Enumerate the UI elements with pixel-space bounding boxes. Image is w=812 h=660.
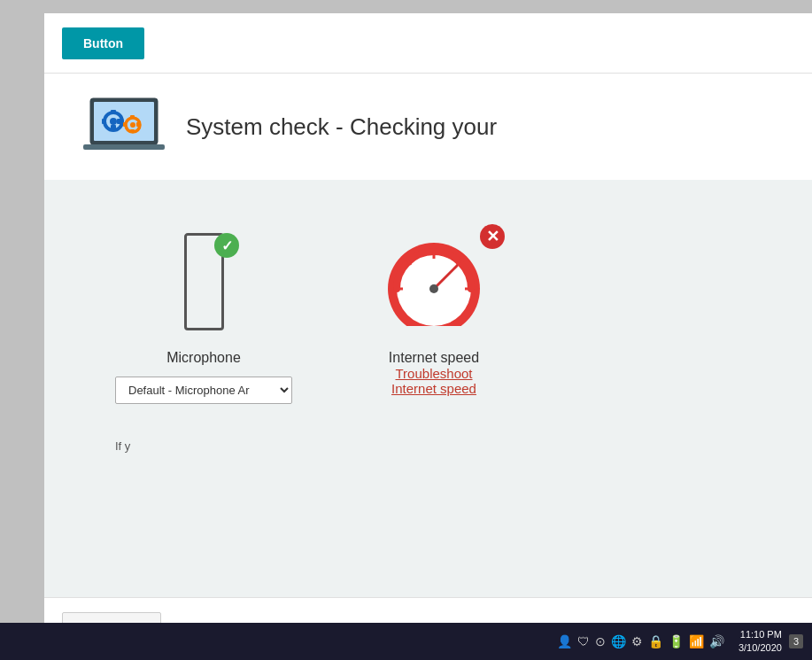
microphone-select[interactable]: Default - Microphone Ar xyxy=(115,377,292,404)
svg-rect-7 xyxy=(102,119,106,124)
speed-icon-container: ✕ xyxy=(363,224,505,339)
taskbar-volume-icon: 🔊 xyxy=(709,634,724,648)
header-bar: Button xyxy=(44,13,812,74)
svg-rect-11 xyxy=(130,115,135,119)
internet-speed-check: ✕ Internet speed Troubleshoot Internet s… xyxy=(363,224,505,396)
svg-point-4 xyxy=(110,118,117,125)
svg-point-23 xyxy=(429,284,438,293)
microphone-icon-container: ✓ xyxy=(168,224,239,339)
laptop-illustration xyxy=(80,91,168,162)
microphone-status-badge: ✓ xyxy=(214,233,239,258)
taskbar-people-icon: 👤 xyxy=(557,634,572,648)
svg-point-10 xyxy=(130,122,135,128)
microphone-label: Microphone xyxy=(166,350,241,366)
taskbar-security-icon: 🔒 xyxy=(648,634,663,648)
speedometer-icon xyxy=(372,237,496,326)
svg-rect-5 xyxy=(111,110,116,114)
taskbar-gear-icon: ⚙ xyxy=(631,634,643,648)
taskbar-circle-icon: ⊙ xyxy=(595,634,606,648)
taskbar-battery-icon: 🔋 xyxy=(669,634,684,648)
taskbar-shield-icon: 🛡 xyxy=(577,634,590,648)
check-area: ✓ Microphone Default - Microphone Ar xyxy=(44,180,812,597)
taskbar-system-icons: 👤 🛡 ⊙ 🌐 ⚙ 🔒 🔋 📶 🔊 xyxy=(557,634,724,648)
taskbar-wifi-icon: 📶 xyxy=(689,634,704,648)
troubleshoot-link[interactable]: Troubleshoot Internet speed xyxy=(391,366,476,396)
svg-rect-6 xyxy=(111,125,116,129)
taskbar-globe-icon: 🌐 xyxy=(611,634,626,648)
checks-row: ✓ Microphone Default - Microphone Ar xyxy=(80,206,777,422)
svg-rect-8 xyxy=(117,119,121,124)
note-text: If y xyxy=(80,439,777,453)
svg-rect-14 xyxy=(136,122,140,127)
hero-section: System check - Checking your xyxy=(44,74,812,180)
internet-speed-error-badge: ✕ xyxy=(480,224,505,249)
svg-rect-12 xyxy=(130,129,135,133)
page-title: System check - Checking your xyxy=(186,113,497,141)
header-button[interactable]: Button xyxy=(62,27,144,59)
internet-speed-label: Internet speed xyxy=(389,350,479,366)
taskbar: 👤 🛡 ⊙ 🌐 ⚙ 🔒 🔋 📶 🔊 11:10 PM 3/10/2020 3 xyxy=(0,623,812,660)
taskbar-notification-badge[interactable]: 3 xyxy=(789,634,803,648)
svg-rect-2 xyxy=(83,144,165,150)
microphone-check: ✓ Microphone Default - Microphone Ar xyxy=(115,224,292,404)
taskbar-clock: 11:10 PM 3/10/2020 xyxy=(739,628,782,656)
svg-rect-13 xyxy=(123,122,127,127)
